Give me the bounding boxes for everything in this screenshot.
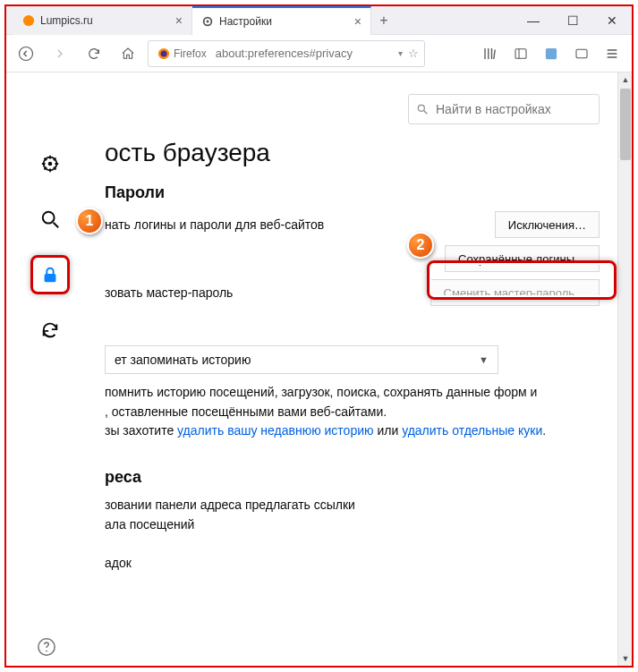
category-search[interactable]	[30, 200, 70, 239]
back-button[interactable]	[12, 39, 40, 68]
svg-point-3	[20, 47, 33, 60]
svg-rect-6	[515, 48, 526, 58]
history-mode-value: ет запоминать историю	[115, 353, 251, 367]
settings-search[interactable]	[408, 94, 600, 124]
svg-point-2	[207, 21, 209, 23]
dropdown-icon[interactable]: ▾	[398, 48, 403, 58]
svg-point-10	[418, 105, 424, 111]
new-tab-button[interactable]: +	[371, 6, 396, 34]
extension-button-2[interactable]	[567, 39, 596, 68]
clear-cookies-link[interactable]: удалить отдельные куки	[402, 423, 542, 438]
tab-label: Настройки	[219, 15, 349, 28]
category-privacy[interactable]	[30, 255, 70, 294]
remember-passwords-label: нать логины и пароли для веб-сайтов	[105, 217, 324, 232]
master-password-label: зовать мастер-пароль	[105, 285, 233, 300]
reload-button[interactable]	[80, 39, 108, 68]
scroll-thumb[interactable]	[620, 89, 631, 160]
category-sidebar	[28, 144, 72, 350]
tab-strip: Lumpics.ru × Настройки × +	[6, 6, 514, 34]
history-description: помнить историю посещений, загрузок, пои…	[105, 383, 600, 441]
svg-point-5	[161, 50, 167, 56]
window-controls: — ☐ ✕	[514, 6, 632, 34]
gear-icon	[201, 15, 214, 28]
svg-point-13	[48, 162, 53, 166]
history-mode-select[interactable]: ет запоминать историю ▼	[105, 345, 498, 374]
svg-rect-16	[45, 274, 56, 282]
svg-rect-9	[576, 49, 587, 57]
svg-point-0	[23, 15, 34, 26]
svg-line-15	[54, 223, 58, 228]
section-heading-security: ость браузера	[105, 139, 600, 167]
titlebar: Lumpics.ru × Настройки × + — ☐ ✕	[6, 6, 632, 35]
category-general[interactable]	[30, 144, 70, 183]
svg-line-11	[424, 111, 428, 115]
annotation-marker-1: 1	[76, 208, 103, 234]
annotation-marker-2: 2	[407, 232, 434, 259]
sidebar-button[interactable]	[506, 39, 535, 68]
url-text: about:preferences#privacy	[216, 47, 393, 60]
minimize-button[interactable]: —	[514, 6, 553, 34]
category-sync[interactable]	[30, 310, 70, 350]
extension-button-1[interactable]	[537, 39, 566, 68]
chevron-down-icon: ▼	[479, 354, 489, 365]
tab-settings[interactable]: Настройки ×	[192, 6, 371, 35]
settings-search-input[interactable]	[436, 102, 592, 116]
bookmark-star-icon[interactable]: ☆	[408, 47, 419, 60]
exceptions-button[interactable]: Исключения…	[495, 211, 600, 238]
search-icon	[416, 103, 429, 115]
url-bar[interactable]: Firefox about:preferences#privacy ▾ ☆	[148, 40, 425, 67]
vertical-scrollbar[interactable]: ▲ ▼	[617, 72, 632, 666]
subheading-passwords: Пароли	[105, 183, 600, 202]
close-button[interactable]: ✕	[592, 6, 632, 34]
tab-label: Lumpics.ru	[40, 14, 170, 27]
subheading-addresses: реса	[105, 468, 600, 487]
toolbar: Firefox about:preferences#privacy ▾ ☆	[6, 35, 632, 72]
scroll-up-icon[interactable]: ▲	[618, 72, 632, 87]
maximize-button[interactable]: ☐	[553, 6, 592, 34]
svg-point-14	[43, 212, 55, 224]
help-icon[interactable]	[37, 637, 56, 657]
library-button[interactable]	[476, 39, 505, 68]
close-icon[interactable]: ×	[175, 14, 183, 27]
home-button[interactable]	[114, 39, 142, 68]
addressbar-text: зовании панели адреса предлагать ссылки …	[105, 496, 600, 574]
annotation-outline-saved-logins	[427, 260, 617, 300]
identity-badge[interactable]: Firefox	[154, 46, 210, 62]
favicon-lumpics	[22, 14, 35, 27]
firefox-icon	[157, 47, 170, 60]
close-icon[interactable]: ×	[354, 15, 362, 28]
app-menu-button[interactable]	[598, 39, 626, 68]
identity-label: Firefox	[174, 47, 207, 60]
preferences-pane: ость браузера Пароли нать логины и парол…	[105, 139, 600, 666]
content-area: ость браузера Пароли нать логины и парол…	[6, 72, 632, 666]
clear-history-link[interactable]: удалить вашу недавнюю историю	[177, 423, 373, 438]
svg-rect-8	[546, 47, 557, 58]
forward-button	[46, 39, 74, 68]
tab-lumpics[interactable]: Lumpics.ru ×	[13, 6, 192, 35]
scroll-down-icon[interactable]: ▼	[618, 651, 632, 666]
svg-point-18	[46, 651, 47, 652]
